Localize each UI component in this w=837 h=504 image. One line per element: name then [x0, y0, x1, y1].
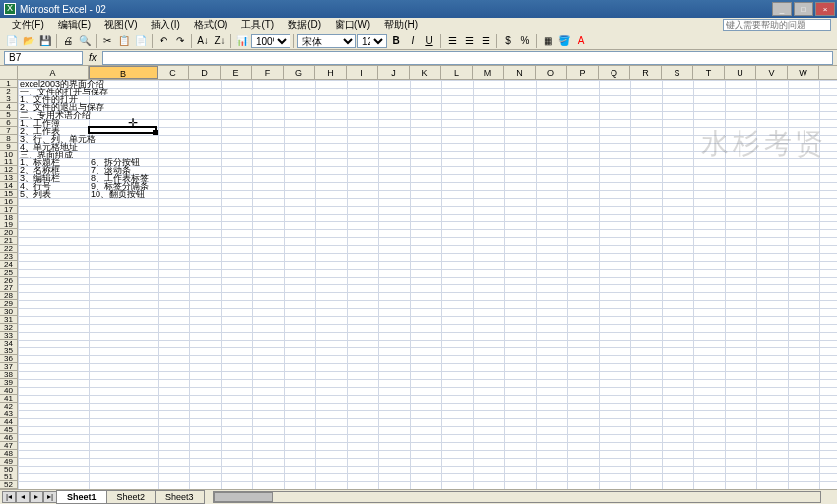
col-header-F[interactable]: F: [252, 66, 284, 79]
cell-B15[interactable]: 10、翻页按钮: [90, 190, 145, 198]
menu-v[interactable]: 视图(V): [98, 17, 143, 32]
preview-icon[interactable]: 🔍: [77, 33, 93, 49]
col-header-H[interactable]: H: [315, 66, 347, 79]
column-headers: ABCDEFGHIJKLMNOPQRSTUVW: [0, 66, 837, 80]
sheet-tab-bar: |◂ ◂ ▸ ▸| Sheet1Sheet2Sheet3: [0, 489, 837, 504]
undo-icon[interactable]: ↶: [156, 33, 171, 49]
formula-input[interactable]: [102, 51, 833, 65]
sort-asc-icon[interactable]: A↓: [195, 33, 211, 49]
paste-icon[interactable]: 📄: [133, 33, 149, 49]
active-cell-cursor[interactable]: [88, 126, 157, 134]
col-header-B[interactable]: B: [89, 66, 158, 79]
menu-t[interactable]: 工具(T): [235, 17, 280, 32]
col-header-G[interactable]: G: [284, 66, 315, 79]
col-header-U[interactable]: U: [725, 66, 756, 79]
app-icon: [4, 3, 16, 15]
menu-o[interactable]: 格式(O): [188, 17, 233, 32]
name-box[interactable]: B7: [4, 51, 83, 65]
col-header-E[interactable]: E: [221, 66, 252, 79]
col-header-O[interactable]: O: [536, 66, 567, 79]
col-header-Q[interactable]: Q: [599, 66, 630, 79]
row-header-52[interactable]: 52: [0, 481, 18, 489]
window-title: Microsoft Excel - 02: [20, 4, 106, 15]
align-right-icon[interactable]: ☰: [478, 33, 493, 49]
zoom-select[interactable]: 100%: [251, 34, 290, 48]
titlebar: Microsoft Excel - 02 _ □ ×: [0, 0, 837, 18]
maximize-button[interactable]: □: [794, 2, 813, 16]
spreadsheet-grid[interactable]: ABCDEFGHIJKLMNOPQRSTUVW 1234567891011121…: [0, 66, 837, 489]
save-icon[interactable]: 💾: [37, 33, 53, 49]
col-header-W[interactable]: W: [788, 66, 819, 79]
menu-h[interactable]: 帮助(H): [378, 17, 423, 32]
col-header-V[interactable]: V: [756, 66, 788, 79]
percent-icon[interactable]: %: [517, 33, 533, 49]
copy-icon[interactable]: 📋: [116, 33, 132, 49]
borders-icon[interactable]: ▦: [540, 33, 555, 49]
open-icon[interactable]: 📂: [21, 33, 36, 49]
currency-icon[interactable]: $: [500, 33, 516, 49]
hscroll-thumb[interactable]: [214, 492, 273, 502]
formula-bar: B7 fx: [0, 50, 837, 66]
tab-nav-last[interactable]: ▸|: [43, 491, 57, 503]
horizontal-scrollbar[interactable]: [213, 491, 821, 503]
col-header-P[interactable]: P: [567, 66, 599, 79]
col-header-T[interactable]: T: [693, 66, 725, 79]
standard-toolbar: 📄 📂 💾 🖨 🔍 ✂ 📋 📄 ↶ ↷ A↓ Z↓ 📊 100% 宋体 12 B…: [0, 32, 837, 50]
new-icon[interactable]: 📄: [4, 33, 20, 49]
sheet-tab-sheet2[interactable]: Sheet2: [106, 490, 157, 504]
sort-desc-icon[interactable]: Z↓: [212, 33, 227, 49]
col-header-J[interactable]: J: [378, 66, 410, 79]
italic-icon[interactable]: I: [405, 33, 420, 49]
font-color-icon[interactable]: A: [573, 33, 589, 49]
menu-f[interactable]: 文件(F): [6, 17, 50, 32]
tab-nav-next[interactable]: ▸: [30, 491, 43, 503]
font-name-select[interactable]: 宋体: [297, 34, 356, 48]
select-all-corner[interactable]: [0, 66, 18, 79]
bold-icon[interactable]: B: [388, 33, 404, 49]
col-header-D[interactable]: D: [189, 66, 221, 79]
close-button[interactable]: ×: [815, 2, 835, 16]
chart-icon[interactable]: 📊: [234, 33, 250, 49]
menu-w[interactable]: 窗口(W): [329, 17, 376, 32]
fill-color-icon[interactable]: 🪣: [556, 33, 572, 49]
font-size-select[interactable]: 12: [357, 34, 387, 48]
tab-nav-prev[interactable]: ◂: [16, 491, 30, 503]
cell-A15[interactable]: 5、列表: [19, 190, 51, 198]
menu-e[interactable]: 编辑(E): [52, 17, 97, 32]
minimize-button[interactable]: _: [772, 2, 792, 16]
fx-icon[interactable]: fx: [89, 52, 97, 63]
col-header-C[interactable]: C: [158, 66, 189, 79]
align-left-icon[interactable]: ☰: [444, 33, 460, 49]
col-header-M[interactable]: M: [473, 66, 504, 79]
help-input[interactable]: [723, 19, 831, 31]
help-search[interactable]: [723, 19, 831, 31]
col-header-N[interactable]: N: [504, 66, 536, 79]
sheet-tab-sheet3[interactable]: Sheet3: [155, 490, 205, 504]
col-header-S[interactable]: S: [662, 66, 693, 79]
align-center-icon[interactable]: ☰: [461, 33, 477, 49]
cells-area[interactable]: ✛ excel2003的界面介绍一、文件的打开与保存1、文件的打开2、文件的退出…: [18, 80, 837, 489]
redo-icon[interactable]: ↷: [172, 33, 188, 49]
col-header-I[interactable]: I: [347, 66, 378, 79]
row-headers: 1234567891011121314151617181920212223242…: [0, 80, 18, 489]
col-header-K[interactable]: K: [410, 66, 441, 79]
cut-icon[interactable]: ✂: [99, 33, 115, 49]
menu-d[interactable]: 数据(D): [282, 17, 327, 32]
sheet-tab-sheet1[interactable]: Sheet1: [56, 490, 107, 504]
tab-nav-first[interactable]: |◂: [2, 491, 16, 503]
col-header-L[interactable]: L: [441, 66, 473, 79]
col-header-R[interactable]: R: [630, 66, 662, 79]
col-header-A[interactable]: A: [18, 66, 89, 79]
print-icon[interactable]: 🖨: [60, 33, 76, 49]
menubar: 文件(F)编辑(E)视图(V)插入(I)格式(O)工具(T)数据(D)窗口(W)…: [0, 18, 837, 32]
underline-icon[interactable]: U: [421, 33, 437, 49]
menu-i[interactable]: 插入(I): [145, 17, 185, 32]
